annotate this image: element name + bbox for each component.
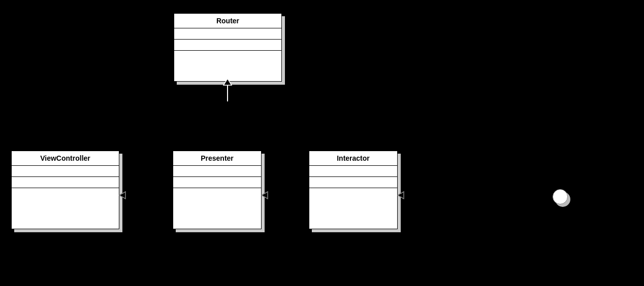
viewcontroller-title: ViewController <box>12 151 119 166</box>
presenter-section-2 <box>173 177 261 188</box>
router-box: Router <box>174 13 282 82</box>
lollipop-circle <box>553 189 568 204</box>
interactor-section-2 <box>309 177 397 188</box>
svg-marker-2 <box>119 192 125 199</box>
interactor-box: Interactor <box>309 151 398 229</box>
router-title: Router <box>174 14 281 28</box>
viewcontroller-box: ViewController <box>11 151 119 229</box>
viewcontroller-section-1 <box>12 166 119 177</box>
presenter-box: Presenter <box>173 151 262 229</box>
arrows-svg <box>0 0 644 286</box>
svg-marker-4 <box>398 192 404 199</box>
router-section-1 <box>174 28 281 40</box>
router-section-2 <box>174 40 281 51</box>
viewcontroller-section-2 <box>12 177 119 188</box>
interactor-body <box>309 188 397 224</box>
diagram-canvas: Router ViewController Presenter Interact… <box>0 0 644 286</box>
interactor-title: Interactor <box>309 151 397 166</box>
viewcontroller-body <box>12 188 119 224</box>
presenter-body <box>173 188 261 224</box>
presenter-section-1 <box>173 166 261 177</box>
router-body <box>174 51 281 86</box>
svg-marker-3 <box>262 192 268 199</box>
presenter-title: Presenter <box>173 151 261 166</box>
interactor-section-1 <box>309 166 397 177</box>
